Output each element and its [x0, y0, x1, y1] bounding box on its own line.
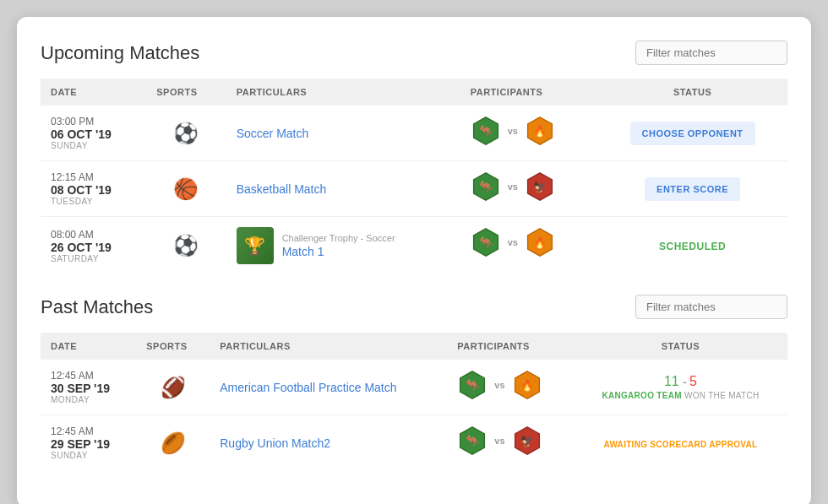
match-date: 06 OCT '19 — [51, 127, 136, 141]
match-day: SATURDAY — [51, 254, 136, 263]
match-info: Challenger Trophy - SoccerMatch 1 — [282, 233, 395, 258]
sport-icon-cell: 🏉 — [136, 415, 210, 471]
participants-cell: 🦘 vs 🔥 — [447, 360, 574, 410]
match-day: MONDAY — [51, 395, 126, 404]
match-time: 03:00 PM — [51, 116, 136, 127]
match-name[interactable]: Rugby Union Match2 — [220, 436, 330, 450]
vs-text: vs — [508, 237, 518, 247]
team2-hex: 🔥 — [525, 227, 555, 257]
sport-emoji-icon: ⚽ — [173, 122, 199, 144]
sport-emoji-icon: ⚽ — [173, 234, 199, 257]
won-suffix: WON THE MATCH — [684, 391, 760, 400]
match-name[interactable]: Match 1 — [282, 245, 395, 258]
participants-cell: 🦘 vs 🦅 — [460, 161, 597, 212]
match-info: Basketball Match — [237, 182, 327, 196]
particulars-cell: Soccer Match — [226, 106, 460, 161]
match-thumbnail: 🏆 — [237, 227, 274, 264]
sport-icon-cell: ⚽ — [146, 106, 226, 161]
sport-icon-cell: ⚽ — [146, 217, 226, 275]
match-name[interactable]: American Football Practice Match — [220, 381, 396, 394]
match-day: SUNDAY — [51, 451, 126, 460]
team2-hex: 🔥 — [525, 116, 555, 146]
match-date: 29 SEP '19 — [51, 437, 126, 451]
sport-icon-cell: 🏀 — [146, 161, 226, 217]
match-label: Challenger Trophy - Soccer — [282, 233, 395, 243]
particulars-inner: American Football Practice Match — [220, 381, 437, 394]
team1-hex: 🦘 — [471, 116, 501, 146]
particulars-inner: Rugby Union Match2 — [220, 436, 437, 450]
team2-hex: 🦅 — [512, 425, 542, 456]
status-cell: SCHEDULED — [597, 217, 787, 275]
date-cell: 12:15 AM 08 OCT '19 TUESDAY — [41, 161, 146, 217]
vs-text: vs — [508, 182, 518, 192]
upcoming-header: Upcoming Matches — [41, 41, 787, 65]
col-sports-past: SPORTS — [136, 333, 210, 360]
col-date-upcoming: DATE — [41, 79, 146, 106]
score-lose: 5 — [689, 374, 697, 388]
score-display: 11 - 5 — [584, 374, 777, 389]
particulars-cell: Basketball Match — [226, 161, 460, 217]
particulars-cell: 🏆 Challenger Trophy - SoccerMatch 1 — [226, 217, 460, 275]
past-title: Past Matches — [41, 296, 153, 318]
svg-text:🦘: 🦘 — [465, 377, 480, 393]
svg-text:🦘: 🦘 — [465, 433, 480, 448]
svg-text:🦘: 🦘 — [478, 235, 493, 250]
past-filter-input[interactable] — [635, 295, 787, 319]
upcoming-title: Upcoming Matches — [41, 42, 199, 64]
status-cell: CHOOSE OPPONENT — [597, 106, 787, 161]
participants-cell: 🦘 vs 🔥 — [460, 106, 597, 156]
table-row: 12:45 AM 30 SEP '19 MONDAY 🏈 American Fo… — [41, 360, 787, 415]
svg-text:🔥: 🔥 — [533, 125, 547, 138]
vs-text: vs — [494, 436, 504, 446]
particulars-inner: 🏆 Challenger Trophy - SoccerMatch 1 — [237, 227, 450, 264]
match-info: Soccer Match — [237, 127, 309, 140]
sport-icon-cell: 🏈 — [136, 360, 210, 415]
svg-text:🔥: 🔥 — [520, 379, 534, 393]
col-participants-upcoming: PARTICIPANTS — [460, 79, 597, 106]
match-info: Rugby Union Match2 — [220, 436, 330, 450]
status-cell: AWAITING SCORECARD APPROVAL — [574, 415, 787, 471]
svg-text:🦘: 🦘 — [478, 179, 493, 194]
match-time: 08:00 AM — [51, 229, 136, 241]
team1-hex: 🦘 — [457, 425, 488, 456]
particulars-inner: Basketball Match — [237, 182, 450, 196]
svg-text:🦅: 🦅 — [520, 435, 534, 448]
team1-hex: 🦘 — [457, 370, 488, 400]
score-win: 11 — [664, 374, 679, 388]
thumbnail-inner: 🏆 — [237, 227, 274, 264]
upcoming-table-header-row: DATE SPORTS PARTICULARS PARTICIPANTS STA… — [41, 79, 787, 106]
past-table-header-row: DATE SPORTS PARTICULARS PARTICIPANTS STA… — [41, 333, 787, 360]
col-particulars-upcoming: PARTICULARS — [226, 79, 460, 106]
date-cell: 08:00 AM 26 OCT '19 SATURDAY — [41, 217, 146, 275]
svg-text:🦅: 🦅 — [533, 181, 547, 194]
scheduled-status: SCHEDULED — [659, 241, 726, 252]
past-header: Past Matches — [41, 295, 787, 319]
date-cell: 12:45 AM 30 SEP '19 MONDAY — [41, 360, 136, 415]
main-container: Upcoming Matches DATE SPORTS PARTICULARS… — [17, 17, 811, 504]
team2-hex: 🦅 — [525, 171, 555, 202]
particulars-cell: American Football Practice Match — [210, 360, 447, 415]
match-date: 26 OCT '19 — [51, 241, 136, 254]
choose-opponent-button[interactable]: CHOOSE OPPONENT — [630, 122, 755, 145]
table-row: 03:00 PM 06 OCT '19 SUNDAY ⚽ Soccer Matc… — [41, 106, 787, 161]
col-participants-past: PARTICIPANTS — [447, 333, 574, 360]
upcoming-table: DATE SPORTS PARTICULARS PARTICIPANTS STA… — [41, 79, 787, 274]
status-cell: ENTER SCORE — [597, 161, 787, 217]
col-status-upcoming: STATUS — [597, 79, 787, 106]
table-row: 08:00 AM 26 OCT '19 SATURDAY ⚽ 🏆 Challen… — [41, 217, 787, 275]
match-name[interactable]: Soccer Match — [237, 127, 309, 140]
sport-emoji-icon: 🏉 — [161, 431, 186, 454]
participants-cell: 🦘 vs 🔥 — [460, 217, 597, 268]
participants-cell: 🦘 vs 🦅 — [447, 415, 574, 466]
winner-team: KANGAROO TEAM — [602, 391, 681, 400]
table-row: 12:15 AM 08 OCT '19 TUESDAY 🏀 Basketball… — [41, 161, 787, 217]
sport-emoji-icon: 🏈 — [161, 376, 186, 398]
match-info: American Football Practice Match — [220, 381, 396, 394]
date-cell: 03:00 PM 06 OCT '19 SUNDAY — [41, 106, 146, 161]
match-name[interactable]: Basketball Match — [237, 182, 327, 196]
team2-hex: 🔥 — [512, 370, 542, 400]
upcoming-filter-input[interactable] — [635, 41, 787, 65]
status-cell: 11 - 5 KANGAROO TEAM WON THE MATCH — [574, 360, 787, 415]
score-separator: - — [683, 376, 689, 388]
enter-score-button[interactable]: ENTER SCORE — [645, 177, 740, 201]
